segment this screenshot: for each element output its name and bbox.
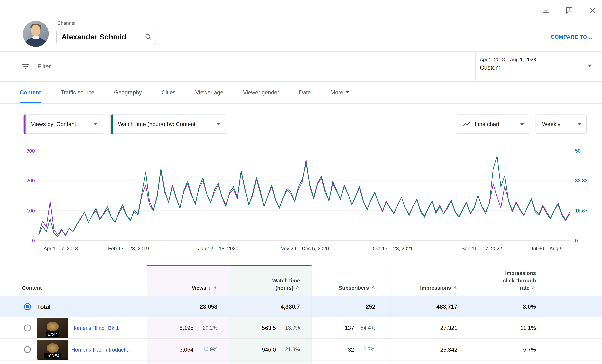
cell-percent: 10.9% — [194, 347, 217, 352]
cell-value: 563.5 — [262, 325, 276, 331]
watch-time-series-band — [229, 265, 312, 266]
cell-percent: 21.8% — [276, 347, 300, 352]
channel-avatar — [23, 21, 49, 47]
total-impressions: 483,717 — [436, 303, 457, 310]
chart-type-selector[interactable]: Line chart — [457, 114, 529, 134]
chevron-down-icon — [520, 123, 524, 125]
channel-name: Alexander Schmid — [62, 33, 126, 41]
window-actions — [542, 6, 597, 15]
sort-desc-icon: ↓ — [208, 284, 211, 291]
filter-placeholder: Filter — [37, 63, 51, 70]
dimension-tabs: Content Traffic source Geography Cities … — [20, 81, 349, 103]
video-thumbnail[interactable]: 17:44 — [37, 318, 68, 338]
chevron-down-icon — [217, 123, 221, 125]
download-button[interactable] — [542, 6, 550, 15]
duration-badge: 1:03:54 — [44, 353, 61, 358]
cell-value: 32 — [348, 346, 354, 353]
total-row-content-cell: Total — [0, 296, 147, 317]
channel-label: Channel — [57, 21, 75, 26]
views-column-header[interactable]: Views↓⚠ — [147, 265, 229, 296]
x-axis-labels: Apr 1 – 7, 2018Feb 17 – 23, 2019Jan 12 –… — [39, 246, 570, 253]
ctr-column-header[interactable]: Impressions click-through rate⚠ — [469, 265, 547, 296]
warning-icon: ⚠ — [532, 284, 536, 291]
metrics-table: Content Views↓⚠ Watch time (hours)⚠ Subs… — [0, 265, 602, 364]
warning-icon: ⚠ — [371, 284, 375, 291]
row-content-cell: 17:44 Homer's "Iliad" Bk 1 — [0, 317, 147, 338]
chart-controls: Views by: Content Watch time (hours) by:… — [0, 114, 602, 134]
tab-cities[interactable]: Cities — [161, 81, 176, 103]
chart: 3002001000 5033.3316.670 Apr 1 – 7, 2018… — [0, 151, 602, 255]
row-radio[interactable] — [24, 324, 31, 331]
impressions-column-header[interactable]: Impressions⚠ — [390, 265, 469, 296]
views-accent-bar — [24, 114, 26, 134]
divider — [0, 103, 602, 104]
date-preset-text: Custom — [480, 64, 602, 71]
date-range-selector[interactable]: Apr 1, 2018 – Aug 1, 2023 Custom — [475, 52, 602, 81]
tab-geography[interactable]: Geography — [114, 81, 142, 103]
chevron-down-icon — [577, 123, 581, 125]
subscribers-column-header[interactable]: Subscribers⚠ — [312, 265, 390, 296]
video-title-link[interactable]: Homer's "Iliad" Bk 1 — [71, 325, 119, 331]
cell-percent: 12.7% — [354, 347, 375, 352]
total-radio[interactable] — [24, 303, 31, 310]
series-watch-time-hours- — [39, 156, 570, 237]
duration-badge: 17:44 — [46, 331, 59, 337]
tab-viewer-age[interactable]: Viewer age — [195, 81, 223, 103]
total-row: Total 28,053 4,330.7 252 483,717 3.0% — [0, 296, 602, 317]
feedback-button[interactable] — [565, 6, 573, 15]
metric-selector-views[interactable]: Views by: Content — [23, 114, 103, 134]
table-row: 1:03:54 Homer's Iliad Introducti… 3,0641… — [0, 339, 602, 361]
cell-percent: 29.2% — [194, 325, 217, 331]
warning-icon: ⚠ — [296, 284, 300, 291]
tab-content[interactable]: Content — [20, 81, 41, 103]
total-subscribers: 252 — [366, 303, 376, 310]
cell-percent: 13.0% — [276, 325, 300, 331]
filter-bar[interactable]: Filter Apr 1, 2018 – Aug 1, 2023 Custom — [0, 52, 602, 81]
granularity-selector[interactable]: Weekly — [536, 114, 587, 134]
video-thumbnail[interactable]: 1:03:54 — [37, 339, 68, 360]
chevron-down-icon — [94, 123, 97, 125]
watch-time-accent-bar — [111, 114, 113, 134]
search-icon[interactable] — [145, 33, 152, 41]
tab-more[interactable]: More — [331, 81, 349, 103]
left-axis-labels: 3002001000 — [11, 151, 35, 241]
date-range-text: Apr 1, 2018 – Aug 1, 2023 — [480, 57, 602, 62]
video-title-link[interactable]: Homer's Iliad Introducti… — [71, 346, 132, 353]
table-header: Content Views↓⚠ Watch time (hours)⚠ Subs… — [0, 265, 602, 296]
compare-to-link[interactable]: COMPARE TO... — [551, 34, 592, 40]
right-axis-labels: 5033.3316.670 — [575, 151, 600, 241]
warning-icon: ⚠ — [453, 284, 457, 291]
cell-value: 6.7% — [523, 346, 536, 353]
cell-value: 8,195 — [179, 325, 194, 331]
channel-search-box[interactable]: Alexander Schmid — [56, 30, 156, 44]
views-series-band — [147, 265, 229, 266]
content-column-header: Content — [0, 265, 147, 296]
cell-value: 27,321 — [440, 325, 457, 331]
metric-selector-watch-time[interactable]: Watch time (hours) by: Content — [110, 114, 226, 134]
chevron-down-icon — [346, 91, 349, 93]
analytics-advanced-mode: Channel Alexander Schmid COMPARE TO... F… — [0, 0, 602, 364]
line-chart-icon — [462, 120, 471, 128]
tab-viewer-gender[interactable]: Viewer gender — [243, 81, 279, 103]
warning-icon: ⚠ — [213, 284, 217, 291]
total-label: Total — [37, 303, 51, 310]
table-row: 17:44 Homer's "Iliad" Bk 1 8,19529.2% 56… — [0, 317, 602, 339]
row-content-cell: 1:03:54 Homer's Iliad Introducti… — [0, 339, 147, 360]
cell-percent: 54.4% — [354, 325, 375, 331]
cell-value: 25,342 — [440, 346, 457, 353]
cell-value: 946.0 — [262, 346, 276, 353]
cell-value: 11.1% — [520, 325, 536, 331]
total-ctr: 3.0% — [523, 303, 536, 310]
filter-icon — [21, 62, 30, 71]
tab-traffic-source[interactable]: Traffic source — [61, 81, 94, 103]
watch-time-column-header[interactable]: Watch time (hours)⚠ — [229, 265, 312, 296]
chevron-down-icon — [588, 65, 592, 67]
chart-plot — [39, 151, 570, 241]
total-watch-time: 4,330.7 — [280, 303, 300, 310]
row-radio[interactable] — [24, 346, 31, 353]
close-icon[interactable] — [588, 6, 597, 15]
cell-value: 3,064 — [179, 346, 194, 353]
cell-value: 137 — [345, 325, 354, 331]
total-views: 28,053 — [200, 303, 217, 310]
tab-date[interactable]: Date — [299, 81, 311, 103]
